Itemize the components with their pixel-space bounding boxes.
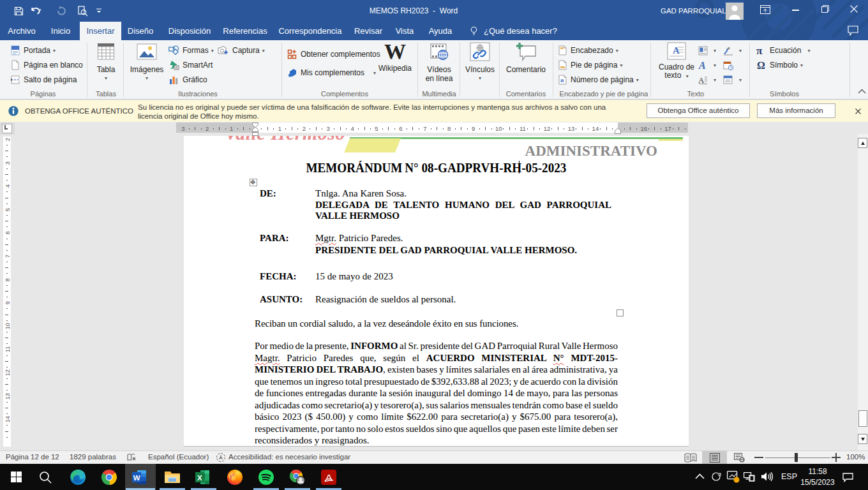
svg-text:W: W [133,473,140,481]
svg-text:π: π [756,46,763,56]
svg-text:Ω: Ω [757,61,765,70]
svg-text:A: A [698,61,706,70]
svg-text:X: X [197,473,202,481]
svg-text:A: A [698,75,705,85]
svg-text:A: A [673,45,680,56]
